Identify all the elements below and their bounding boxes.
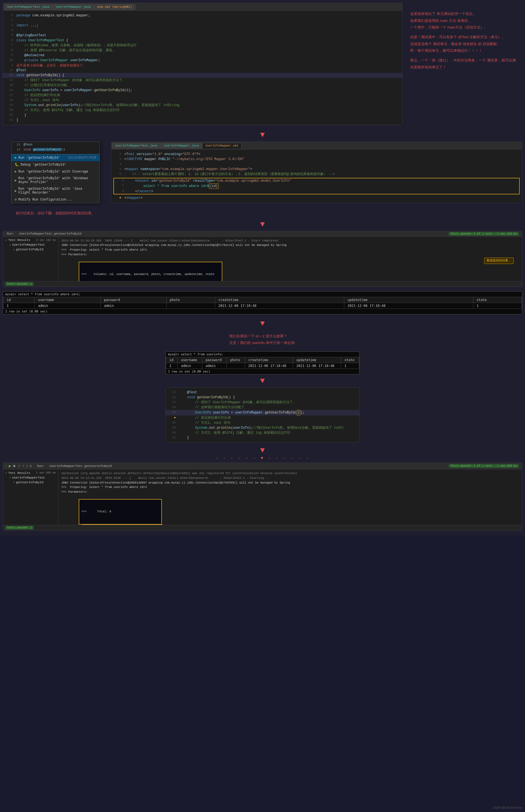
tree-item-get-user-2[interactable]: ✓ getUserInfoById xyxy=(12,480,57,485)
code5-line-16: 16 UserInfo userInfo = userInfoMapper.ge… xyxy=(166,410,359,416)
ctx-run-item[interactable]: ▶ Run 'getUserInfoById' Ctrl+Shift+F10 xyxy=(11,154,100,161)
code-line: 10 private UserInfoMapper userInfoMapper… xyxy=(3,58,402,63)
run-toolbar-1: Run: UserInfoMapperTest.getUserInfoById … xyxy=(3,231,522,237)
tab-bar-1: UserInfoMapperTest.java UserInfoMapper.j… xyxy=(3,3,402,11)
code5-line-20: 20 // 方式2, 使用 @Slf4j 注解, 通过 log 来就都自日志打印 xyxy=(166,431,359,435)
console-line: ==> Preparing: select * from userinfo wh… xyxy=(61,248,519,252)
tree-item-results[interactable]: ✓ Test Results 2 sec 192 ms xyxy=(4,238,57,243)
ctx-coverage-item[interactable]: ▶ Run 'getUserInfoById' with Coverage xyxy=(11,168,100,175)
code-line: 20 // 方式2, 使用 @Slf4j 注解, 通过 log 来就都自日志打印 xyxy=(3,108,402,113)
code-line: 21 } xyxy=(3,113,402,118)
console-output-2: SqlSession [org.apache.ibatis.session.de… xyxy=(59,469,522,525)
code-line: ↙这不是有小箭头嘛，点击它，就能开始测试了。 xyxy=(3,63,402,68)
arrow-down-3: ▼ xyxy=(3,319,522,328)
test-tree-1: ✓ Test Results 2 sec 192 ms ✓ UserInfoMa… xyxy=(3,237,59,281)
code-line: 5@SpringBootTest xyxy=(3,33,402,38)
code5-line-21: 21 } xyxy=(166,435,359,440)
pass-badge-2: Tests passed: 1 of 1 test – 1 sec 956 ms xyxy=(449,464,519,468)
cell-username: admin xyxy=(35,303,101,309)
run-toolbar-icons: ⏹ ⟳ ⬇ ≡ ≣ xyxy=(13,464,32,468)
cell-password: admin xyxy=(100,303,166,309)
tab-xml-mapper[interactable]: UserInfoMapper.java xyxy=(161,143,202,149)
console-line: 2022-08-04 21:56:26.585 INFO 12948 --- [… xyxy=(61,238,519,243)
sql-block-1-container: mysql> select * from userinfo where id=1… xyxy=(3,289,522,316)
tab-mapper-java[interactable]: UserInfoMapper.java xyxy=(53,4,94,10)
annotation-4: 我们在测试一下 id = 2 是什么效果？ 注意！我们的 userinfo 表中… xyxy=(225,331,300,349)
tab-test-java[interactable]: UserInfoMapperTest.java xyxy=(4,4,52,10)
run-icon-2: ▶ xyxy=(9,464,11,468)
cell2-state: 1 xyxy=(341,363,359,369)
col2-username: username xyxy=(178,357,202,363)
cell-photo xyxy=(166,303,215,309)
console-line: ==> Parameters: xyxy=(61,252,519,257)
context-menu-header: 12@Test 13void getUserInfoById() xyxy=(11,142,100,154)
sql-query-1: mysql> select * from userinfo where id=1… xyxy=(3,292,522,297)
code5-line-12: 12 @Test xyxy=(166,390,359,395)
xml-line-3: 3 xyxy=(111,162,522,167)
xml-line-9: ●</mapper> xyxy=(111,196,522,201)
xml-line-4: 4<mapper namespace="com.example.springmb… xyxy=(111,167,522,172)
status-pass-1: Tests passed: 1 xyxy=(5,282,33,286)
section-5-code-container: 12 @Test 13 void getUserInfoById() { 14 … xyxy=(165,388,360,443)
annotation-run-result: 执行结束后，你往下翻，就能找到对应测试结果。 xyxy=(3,209,108,218)
ctx-flight-recorder-item[interactable]: ▶ Run 'getUserInfoById' with 'Java Fligh… xyxy=(11,186,100,196)
tab-xml-test[interactable]: UserInfoMapperTest.java xyxy=(112,143,161,149)
col-password: password xyxy=(100,297,166,303)
xml-mapper-section: UserInfoMapperTest.java UserInfoMapper.j… xyxy=(111,141,522,218)
run-toolbar-2: ✓ ▶ ⏹ ⟳ ⬇ ≡ ≣ Run: UserInfoMapperTest.ge… xyxy=(3,463,522,469)
code-line: 22} xyxy=(3,118,402,123)
code-line: 15 // 让我们打开测试方法功能。 xyxy=(3,83,402,88)
xml-line-7: 7 select * from userinfo where id=${id} xyxy=(114,183,519,189)
arrow-down-2: ▼ xyxy=(3,220,522,229)
cell-updatetime: 2021-12-06 17:10:48 xyxy=(344,303,473,309)
code-line: 13void getUserInfoById() { xyxy=(3,73,402,78)
ctx-debug-item[interactable]: 🐛 Debug 'getUserInfoById' xyxy=(11,161,100,168)
cell2-photo xyxy=(227,363,245,369)
arrow-down-1: ▼ xyxy=(3,131,522,139)
watermark: CSDN @Dark And Grey xyxy=(493,806,522,809)
code-panel-5: 12 @Test 13 void getUserInfoById() { 14 … xyxy=(165,388,360,443)
xml-line-5: 5 <!-- select要查看如上两个属性: 1. id（接口中拿方法的方名）… xyxy=(111,172,522,177)
context-menu: 12@Test 13void getUserInfoById() ▶ Run '… xyxy=(11,141,100,203)
xml-line-8: 8 </select> xyxy=(114,189,519,194)
tab-xml-xml[interactable]: UserInfoMapper.xml xyxy=(202,143,241,149)
code5-line-18: 18 // 方式1, sout 语句 xyxy=(166,420,359,425)
sql-footer-1: 1 row in set (0.00 sec) xyxy=(3,309,522,314)
code5-line-19: 19 System.out.println(userInfo);//我们User… xyxy=(166,425,359,431)
col2-password: password xyxy=(202,357,227,363)
section-2-row: 12@Test 13void getUserInfoById() ▶ Run '… xyxy=(3,141,522,218)
tree-item-mapper-test-2[interactable]: ✓ UserInfoMapperTest xyxy=(8,475,57,480)
console-output-1: 2022-08-04 21:56:26.585 INFO 12948 --- [… xyxy=(59,237,522,281)
status-pass-2: Tests passed: 1 xyxy=(5,526,33,530)
tree-item-mapper-test[interactable]: ✓ UserInfoMapperTest xyxy=(8,243,57,247)
console-line-params2: ==> Parameters: xyxy=(61,490,519,494)
code-line: 7 // 科学的idea，使用 注射枪、会报错（编译错误），但是不影响程序运行 xyxy=(3,43,402,48)
ctx-async-profiler-item[interactable]: ▶ Run 'getUserInfoById' with 'Windows As… xyxy=(11,175,100,186)
code-line: 17 // 然后把结果打印出来 xyxy=(3,93,402,98)
sql-block-2-container: mysql> select * from userinfo; id userna… xyxy=(165,352,360,374)
cell-state: 1 xyxy=(473,303,522,309)
cell-createtime: 2021-12-06 17:10:48 xyxy=(215,303,344,309)
code-line: 4 xyxy=(3,28,402,33)
col-createtime: createtime xyxy=(215,297,344,303)
xml-mapper-panel: UserInfoMapperTest.java UserInfoMapper.j… xyxy=(111,141,522,203)
console-line-result2: <== Total: 0 结果符合我们们预期，所以，这个单元的功能没有问题。 xyxy=(61,494,519,525)
ctx-modify-config-item[interactable]: ⚙ Modify Run Configuration... xyxy=(11,196,100,203)
tree-item-get-user-1[interactable]: ✓ getUserInfoById xyxy=(12,247,57,252)
tab-pom-xml[interactable]: pom.xml (SpringMB2) xyxy=(94,4,135,10)
run-content-1: ✓ Test Results 2 sec 192 ms ✓ UserInfoMa… xyxy=(3,237,522,281)
code-line: 19 System.out.println(userInfo);//我们User… xyxy=(3,103,402,108)
code-line: 16 UserInfo userInfo = userInfoMapper.ge… xyxy=(3,88,402,93)
run-bottom-status-1: Tests passed: 1 xyxy=(3,281,522,287)
cell-id: 1 xyxy=(3,303,35,309)
xml-highlight-box: 6 <select id="getUserInfoById" resultTyp… xyxy=(114,178,520,194)
col-updatetime: updatetime xyxy=(344,297,473,303)
code-line: 18 // 方式1，sout 语句 xyxy=(3,98,402,103)
code5-line-14: 14 // 得到了 UserInfoMapper 的对象，就可以调用里面的方法了… xyxy=(166,400,359,405)
run-label-test-name-1: UserInfoMapperTest.getUserInfoById xyxy=(17,232,83,235)
code5-line-17: ● // 然后把结果打印出来 xyxy=(166,416,359,420)
code-line: 12@Test xyxy=(3,68,402,73)
col2-id: id xyxy=(166,357,178,363)
tree-item-results-2[interactable]: ✓ Test Results 1 sec 956 ms xyxy=(4,470,57,475)
sql-footer-2: 1 row in set (0.00 sec) xyxy=(166,369,359,374)
